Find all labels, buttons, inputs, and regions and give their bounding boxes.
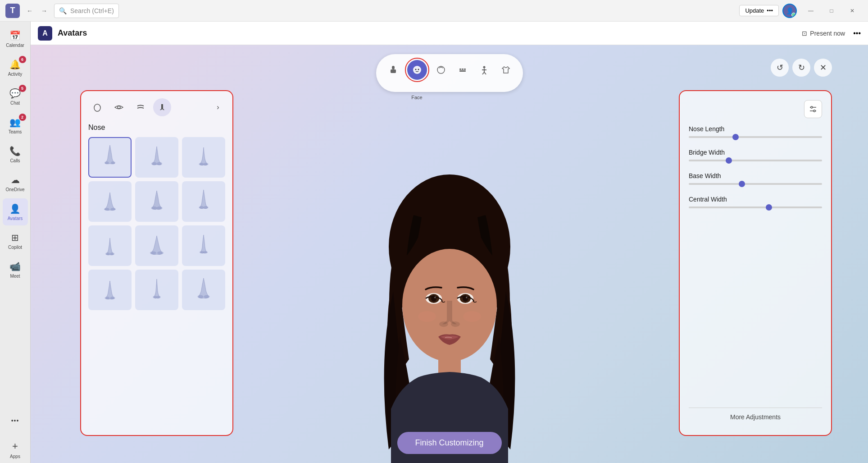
category-button-face[interactable] <box>407 60 427 80</box>
svg-rect-7 <box>462 69 464 70</box>
nose-option-4[interactable] <box>88 181 132 222</box>
nose-option-2[interactable] <box>135 137 178 178</box>
sidebar-label-avatars: Avatars <box>8 216 23 221</box>
nose-length-track[interactable] <box>689 136 822 138</box>
hair-category-icon <box>436 65 446 75</box>
nose-option-3[interactable] <box>182 137 225 178</box>
present-icon: ⊡ <box>802 30 807 37</box>
edit-controls: ↺ ↻ ✕ <box>771 59 832 77</box>
central-width-track[interactable] <box>689 206 822 208</box>
update-button[interactable]: Update ••• <box>739 5 779 16</box>
sidebar-label-teams: Teams <box>9 129 22 134</box>
sidebar-item-more[interactable]: ••• <box>3 407 28 434</box>
svg-point-54 <box>418 311 436 322</box>
svg-point-2 <box>413 66 421 74</box>
category-button-facial-hair[interactable] <box>453 60 473 80</box>
sidebar-label-calendar: Calendar <box>6 43 24 48</box>
sidebar-item-teams[interactable]: 👥 2 Teams <box>3 112 28 139</box>
svg-point-20 <box>157 162 162 165</box>
sidebar-item-meet[interactable]: 📹 Meet <box>3 256 28 283</box>
nose-option-10[interactable] <box>88 270 132 310</box>
app-header: A Avatars ⊡ Present now ••• <box>31 22 868 45</box>
category-button-pose[interactable] <box>474 60 494 80</box>
maximize-button[interactable]: □ <box>821 4 842 18</box>
calendar-icon: 📅 <box>9 30 21 41</box>
present-now-button[interactable]: ⊡ Present now <box>797 27 850 40</box>
title-bar-right: Update ••• 👤 — □ ✕ <box>739 4 863 18</box>
sidebar-label-onedrive: OneDrive <box>5 187 24 192</box>
bridge-width-label: Bridge Width <box>689 149 822 156</box>
adj-settings-button[interactable] <box>804 100 822 118</box>
category-button-body[interactable] <box>383 60 403 80</box>
sidebar-item-activity[interactable]: 🔔 6 Activity <box>3 54 28 81</box>
sidebar-item-avatars[interactable]: 👤 Avatars <box>3 198 28 225</box>
nose-shape-3-icon <box>191 143 216 172</box>
svg-point-52 <box>439 321 448 327</box>
svg-point-31 <box>150 251 156 254</box>
copilot-icon: ⊞ <box>11 232 19 243</box>
sidebar-item-apps[interactable]: + Apps <box>3 436 28 463</box>
nose-option-5[interactable] <box>135 181 178 222</box>
category-button-hair[interactable] <box>431 60 451 80</box>
central-width-thumb[interactable] <box>766 204 772 211</box>
editor-close-button[interactable]: ✕ <box>814 59 832 77</box>
sub-tab-eyebrows[interactable] <box>132 98 150 116</box>
more-options-button[interactable]: ••• <box>853 29 861 37</box>
minimize-button[interactable]: — <box>800 4 821 18</box>
sidebar-item-onedrive[interactable]: ☁ OneDrive <box>3 170 28 197</box>
nose-option-12[interactable] <box>182 270 225 310</box>
user-avatar[interactable]: 👤 <box>782 4 797 18</box>
avatar-svg <box>355 156 544 463</box>
nose-shape-12-icon <box>191 275 216 305</box>
face-sub-tabs: › <box>88 98 225 116</box>
svg-point-18 <box>111 161 115 164</box>
nose-option-7[interactable] <box>88 225 132 266</box>
cat-wrapper-body <box>383 60 403 80</box>
undo-button[interactable]: ↺ <box>771 59 789 77</box>
app-icon-letter: A <box>42 29 48 37</box>
nose-option-11[interactable] <box>135 270 178 310</box>
svg-point-40 <box>204 295 209 298</box>
sidebar-item-chat[interactable]: 💬 5 Chat <box>3 83 28 110</box>
search-bar[interactable]: 🔍 Search (Ctrl+E) <box>54 4 119 18</box>
sub-tab-next-button[interactable]: › <box>211 100 225 115</box>
nose-option-9[interactable] <box>182 225 225 266</box>
avatars-icon: 👤 <box>9 203 21 214</box>
left-panel: › Nose <box>80 90 233 436</box>
redo-button[interactable]: ↻ <box>792 59 810 77</box>
svg-point-35 <box>105 297 109 299</box>
bridge-width-thumb[interactable] <box>726 157 732 164</box>
back-button[interactable]: ← <box>23 5 36 17</box>
nose-option-8[interactable] <box>135 225 178 266</box>
close-button[interactable]: ✕ <box>842 4 863 18</box>
sub-tab-nose[interactable] <box>153 98 171 116</box>
base-width-thumb[interactable] <box>739 181 745 187</box>
svg-point-53 <box>451 321 460 327</box>
category-button-clothing[interactable] <box>496 60 516 80</box>
base-width-track[interactable] <box>689 183 822 185</box>
more-adjustments-button[interactable]: More Adjustments <box>689 408 822 426</box>
nose-option-1[interactable] <box>88 137 132 178</box>
sidebar-item-copilot[interactable]: ⊞ Copilot <box>3 227 28 254</box>
calls-icon: 📞 <box>9 146 21 156</box>
sidebar-item-calendar[interactable]: 📅 Calendar <box>3 25 28 52</box>
svg-point-25 <box>151 206 157 210</box>
bridge-width-group: Bridge Width <box>689 149 822 161</box>
sidebar-label-apps: Apps <box>10 454 20 459</box>
sub-tab-face-shape[interactable] <box>88 98 106 116</box>
svg-point-26 <box>156 206 162 210</box>
finish-customizing-button[interactable]: Finish Customizing <box>397 432 501 454</box>
more-icon: ••• <box>11 417 19 424</box>
sidebar-item-calls[interactable]: 📞 Calls <box>3 141 28 168</box>
sub-tab-eyes[interactable] <box>110 98 128 116</box>
svg-point-59 <box>813 110 815 112</box>
cat-wrapper-face: Face <box>405 58 429 82</box>
content-area: A Avatars ⊡ Present now ••• <box>31 22 868 463</box>
central-width-group: Central Width <box>689 196 822 208</box>
nose-shape-11-icon <box>145 275 169 305</box>
forward-button[interactable]: → <box>38 5 50 17</box>
nose-option-6[interactable] <box>182 181 225 222</box>
cat-wrapper-clothing <box>496 60 516 80</box>
nose-length-thumb[interactable] <box>732 134 739 140</box>
bridge-width-track[interactable] <box>689 160 822 161</box>
